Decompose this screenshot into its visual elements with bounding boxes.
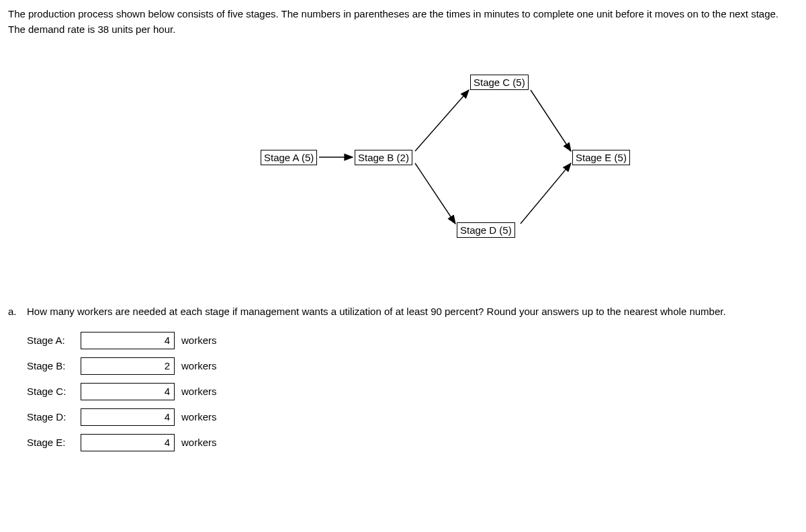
stage-a-label: Stage A: bbox=[27, 335, 74, 346]
question-text: How many workers are needed at each stag… bbox=[27, 304, 726, 320]
stage-e-box: Stage E (5) bbox=[572, 150, 630, 165]
stage-a-input[interactable] bbox=[81, 332, 175, 349]
question-marker: a. bbox=[8, 304, 21, 320]
stage-e-label: Stage E: bbox=[27, 437, 74, 448]
svg-line-4 bbox=[531, 90, 571, 151]
stage-c-unit: workers bbox=[181, 386, 217, 397]
svg-line-2 bbox=[415, 90, 469, 151]
stage-d-input[interactable] bbox=[81, 408, 175, 426]
question-a: a. How many workers are needed at each s… bbox=[8, 304, 798, 320]
stage-b-box: Stage B (2) bbox=[355, 150, 412, 165]
problem-intro: The production process shown below consi… bbox=[8, 7, 798, 37]
diagram-arrows bbox=[101, 69, 705, 264]
svg-line-3 bbox=[415, 163, 455, 224]
stage-a-box: Stage A (5) bbox=[261, 150, 317, 165]
stage-d-unit: workers bbox=[181, 411, 217, 423]
stage-a-unit: workers bbox=[181, 335, 217, 346]
stage-b-input[interactable] bbox=[81, 357, 175, 375]
svg-line-5 bbox=[521, 163, 571, 224]
stage-d-box: Stage D (5) bbox=[457, 222, 515, 238]
stage-c-box: Stage C (5) bbox=[470, 75, 529, 90]
stage-b-label: Stage B: bbox=[27, 360, 74, 371]
stage-c-input[interactable] bbox=[81, 383, 175, 400]
answers-block: Stage A: workers Stage B: workers Stage … bbox=[8, 332, 798, 451]
process-diagram: Stage A (5) Stage B (2) Stage C (5) Stag… bbox=[101, 69, 705, 264]
stage-b-unit: workers bbox=[181, 360, 217, 371]
stage-e-input[interactable] bbox=[81, 434, 175, 451]
stage-d-label: Stage D: bbox=[27, 411, 74, 423]
stage-c-label: Stage C: bbox=[27, 386, 74, 397]
stage-e-unit: workers bbox=[181, 437, 217, 448]
